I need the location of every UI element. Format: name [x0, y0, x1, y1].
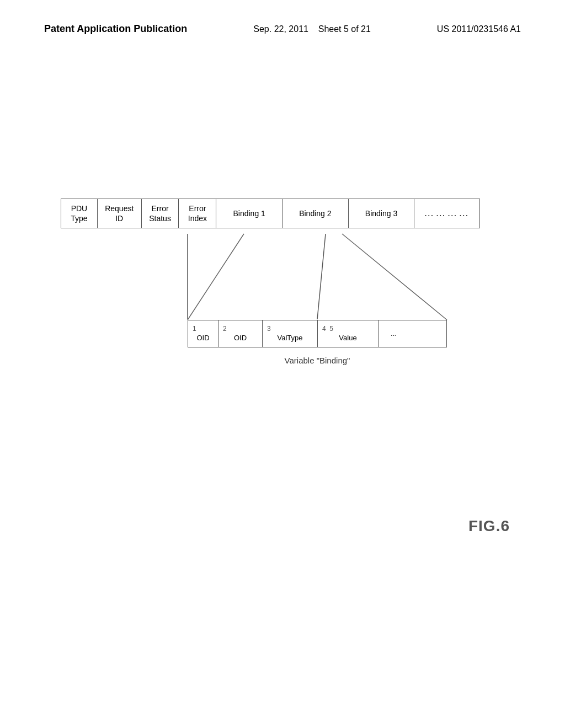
pdu-type-cell: PDUType	[61, 199, 98, 228]
binding-more-label: ...	[391, 329, 397, 339]
publication-title: Patent Application Publication	[44, 22, 187, 36]
binding-value-cell: 4 5 Value	[318, 320, 379, 347]
figure-label: FIG.6	[468, 517, 510, 535]
binding-oid2-label: OID	[234, 334, 247, 343]
binding-valtype-cell: 3 ValType	[263, 320, 318, 347]
binding-oid-cell: 1 OID	[188, 320, 218, 347]
binding-num-1: 1	[193, 325, 196, 334]
diagram-area: PDUType RequestID ErrorStatus ErrorIndex…	[33, 199, 532, 228]
binding1-cell: Binding 1	[216, 199, 282, 228]
binding-more-cell: ...	[379, 320, 409, 347]
request-id-cell: RequestID	[98, 199, 142, 228]
binding-value-label: Value	[339, 334, 356, 343]
binding-num-2: 2	[223, 325, 227, 334]
binding2-cell: Binding 2	[282, 199, 349, 228]
page-header: Patent Application Publication Sep. 22, …	[0, 22, 565, 36]
error-index-cell: ErrorIndex	[179, 199, 216, 228]
pdu-table: PDUType RequestID ErrorStatus ErrorIndex…	[61, 199, 480, 228]
publication-date-sheet: Sep. 22, 2011 Sheet 5 of 21	[253, 22, 371, 36]
binding-num-45: 4 5	[322, 325, 333, 334]
connector-lines	[61, 234, 480, 322]
publication-number: US 2011/0231546 A1	[437, 22, 521, 36]
binding3-cell: Binding 3	[349, 199, 415, 228]
binding-variable-label: Variable "Binding"	[188, 356, 447, 365]
binding-table: 1 OID 2 OID 3 ValType 4 5 Value ...	[188, 320, 447, 347]
binding-oid-label: OID	[196, 334, 209, 343]
sheet-info: Sheet 5 of 21	[318, 24, 371, 34]
binding-num-3: 3	[267, 325, 271, 334]
continuation-dots-cell: …………	[414, 199, 479, 228]
svg-line-1	[317, 234, 326, 319]
binding-valtype-label: ValType	[277, 334, 302, 343]
publication-date: Sep. 22, 2011	[253, 24, 308, 34]
binding-oid2-cell: 2 OID	[218, 320, 263, 347]
error-status-cell: ErrorStatus	[142, 199, 179, 228]
